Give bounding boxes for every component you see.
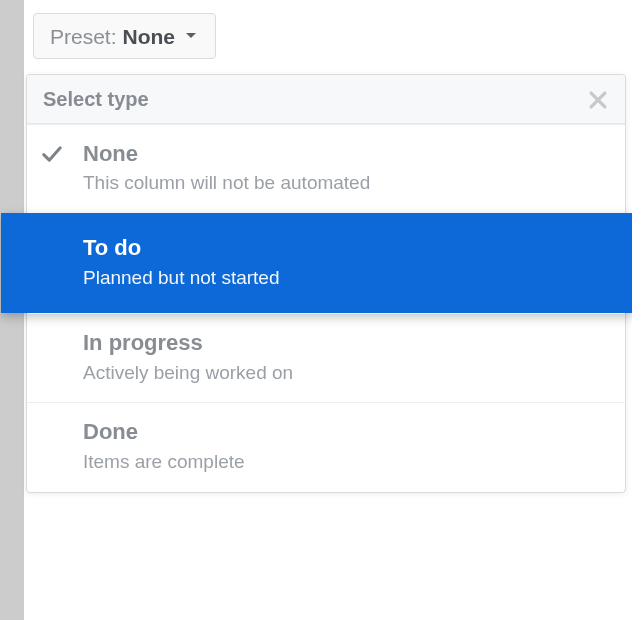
option-title: To do xyxy=(83,235,611,261)
option-desc: Actively being worked on xyxy=(83,361,609,385)
option-desc: This column will not be automated xyxy=(83,171,609,195)
close-icon[interactable] xyxy=(587,89,609,111)
preset-value: None xyxy=(123,26,176,47)
check-icon xyxy=(41,143,63,165)
option-title: Done xyxy=(83,419,609,445)
option-title: In progress xyxy=(83,330,609,356)
caret-down-icon xyxy=(185,32,197,40)
option-desc: Items are complete xyxy=(83,450,609,474)
preset-option-none[interactable]: None This column will not be automated xyxy=(27,124,625,213)
preset-option-done[interactable]: Done Items are complete xyxy=(27,402,625,491)
preset-label: Preset: xyxy=(50,26,117,47)
preset-dropdown-menu[interactable]: Select type None This column will not be… xyxy=(26,74,626,493)
option-title: None xyxy=(83,141,609,167)
dropdown-title: Select type xyxy=(43,88,149,111)
preset-option-todo[interactable]: To do Planned but not started xyxy=(1,213,632,313)
dropdown-header: Select type xyxy=(27,75,625,124)
option-desc: Planned but not started xyxy=(83,266,611,290)
preset-option-in-progress[interactable]: In progress Actively being worked on xyxy=(27,313,625,402)
preset-dropdown-button[interactable]: Preset: None xyxy=(33,13,216,59)
